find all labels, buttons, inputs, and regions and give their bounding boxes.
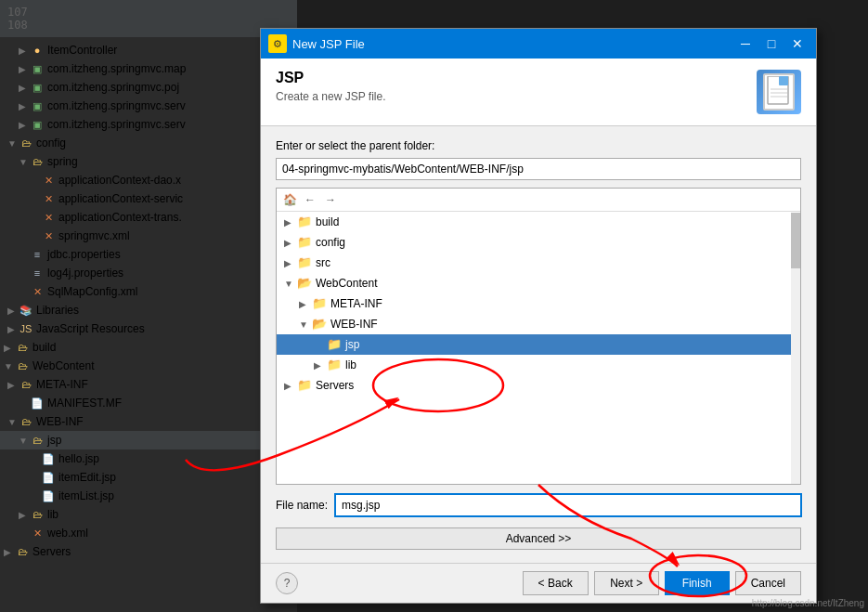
dialog-tree-item-build[interactable]: ▶ 📁 build — [277, 212, 800, 232]
arrow-icon: ▼ — [7, 417, 19, 427]
tree-item-build[interactable]: ▶ 🗁 build — [0, 338, 297, 357]
cancel-button[interactable]: Cancel — [735, 571, 801, 595]
dialog-tree-item-webinf[interactable]: ▼ 📂 WEB-INF — [277, 314, 800, 334]
package-icon: ▣ — [30, 117, 45, 132]
dialog-tree-item-metainf[interactable]: ▶ 📁 META-INF — [277, 293, 800, 314]
finish-button[interactable]: Finish — [665, 571, 730, 595]
dialog-tree-item-config[interactable]: ▶ 📁 config — [277, 232, 800, 253]
tree-item-label: WEB-INF — [36, 415, 84, 428]
xml-icon: ✕ — [30, 284, 45, 299]
tree-item-metainf[interactable]: ▶ 🗁 META-INF — [0, 375, 297, 394]
tree-item-appservice[interactable]: ✕ applicationContext-servic — [0, 189, 297, 208]
dialog-title: New JSP File — [292, 37, 734, 51]
tree-item-config[interactable]: ▼ 🗁 config — [0, 134, 297, 152]
tree-item-label: applicationContext-dao.x — [58, 174, 181, 187]
js-icon: JS — [19, 321, 33, 336]
scrollbar-thumb — [791, 213, 800, 268]
close-button[interactable]: ✕ — [786, 34, 809, 53]
dialog-tree-item-webcontent[interactable]: ▼ 📂 WebContent — [277, 273, 800, 293]
dialog-header: JSP Create a new JSP file. — [261, 59, 816, 126]
maximize-button[interactable]: □ — [760, 34, 783, 53]
line-107: 107 — [7, 6, 290, 19]
tree-item-label: JavaScript Resources — [36, 322, 145, 335]
tree-item-label: itemList.jsp — [58, 489, 114, 502]
tree-item-jsresources[interactable]: ▶ JS JavaScript Resources — [0, 319, 297, 338]
window-controls: ─ □ ✕ — [734, 34, 809, 53]
folder-icon: 📁 — [297, 255, 312, 270]
tree-item-libraries[interactable]: ▶ 📚 Libraries — [0, 301, 297, 319]
help-button[interactable]: ? — [276, 572, 298, 594]
tree-item-manifest[interactable]: 📄 MANIFEST.MF — [0, 394, 297, 412]
tree-item-jsp[interactable]: ▼ 🗁 jsp — [0, 431, 297, 449]
forward-button[interactable]: → — [321, 190, 340, 209]
tree-item-label: log4j.properties — [47, 267, 123, 280]
tree-item-jdbc[interactable]: ≡ jdbc.properties — [0, 245, 297, 264]
tree-item-webxml[interactable]: ✕ web.xml — [0, 524, 297, 542]
tree-item-webinf[interactable]: ▼ 🗁 WEB-INF — [0, 412, 297, 431]
class-icon: ● — [30, 43, 45, 58]
arrow-icon: ▶ — [284, 217, 297, 228]
xml-icon: ✕ — [41, 228, 56, 243]
tree-toolbar: 🏠 ← → — [277, 189, 800, 212]
dialog-tree-item-src[interactable]: ▶ 📁 src — [277, 253, 800, 273]
tree-item-label: com.itzheng.springmvc.serv — [47, 99, 186, 112]
arrow-icon: ▶ — [284, 381, 297, 391]
xml-icon: ✕ — [41, 191, 56, 206]
dialog-footer: ? < Back Next > Finish Cancel — [261, 563, 816, 603]
home-button[interactable]: 🏠 — [280, 190, 299, 209]
filename-input[interactable] — [335, 494, 801, 516]
jsp-icon: 📄 — [41, 470, 56, 485]
gear-icon: ⚙ — [273, 38, 282, 50]
tree-item-itemedit[interactable]: 📄 itemEdit.jsp — [0, 468, 297, 487]
folder-icon: 🗁 — [15, 544, 30, 559]
package-icon: ▣ — [30, 98, 45, 113]
scrollbar[interactable] — [791, 213, 800, 484]
tree-item-spring[interactable]: ▼ 🗁 spring — [0, 152, 297, 171]
tree-item-label: itemEdit.jsp — [58, 471, 116, 484]
advanced-button[interactable]: Advanced >> — [276, 527, 801, 550]
tree-item-label: com.itzheng.springmvc.serv — [47, 118, 186, 131]
tree-item-log4j[interactable]: ≡ log4j.properties — [0, 264, 297, 282]
back-button[interactable]: ← — [301, 190, 319, 209]
tree-item-servers[interactable]: ▶ 🗁 Servers — [0, 542, 297, 561]
tree-item-webcontent[interactable]: ▼ 🗁 WebContent — [0, 357, 297, 375]
dialog-icon: ⚙ — [268, 34, 287, 53]
line-108: 108 — [7, 19, 290, 32]
folder-path-input[interactable] — [276, 158, 801, 180]
tree-item-hellojsp[interactable]: 📄 hello.jsp — [0, 449, 297, 468]
tree-item-springxml[interactable]: ✕ springmvc.xml — [0, 227, 297, 245]
tree-item-lib[interactable]: ▶ 🗁 lib — [0, 505, 297, 524]
next-button[interactable]: Next > — [594, 571, 659, 595]
tree-item-label: config — [36, 137, 66, 150]
dialog-tree-item-lib[interactable]: ▶ 📁 lib — [277, 355, 800, 375]
tree-item-itemlist[interactable]: 📄 itemList.jsp — [0, 487, 297, 505]
dialog-titlebar: ⚙ New JSP File ─ □ ✕ — [261, 29, 816, 59]
folder-icon: 🗁 — [30, 154, 45, 169]
tree-item-label: com.itzheng.springmvc.poj — [47, 81, 179, 94]
back-button[interactable]: < Back — [523, 571, 589, 595]
minimize-button[interactable]: ─ — [734, 34, 757, 53]
ide-panel: 107 108 ▶ ● ItemController ▶ ▣ com.itzhe… — [0, 0, 297, 612]
dialog-tree-item-servers[interactable]: ▶ 📁 Servers — [277, 375, 800, 396]
filename-section: File name: — [276, 494, 801, 516]
tree-item-pkg1[interactable]: ▶ ▣ com.itzheng.springmvc.map — [0, 59, 297, 78]
prop-icon: ≡ — [30, 266, 45, 280]
tree-item-itemcontroller[interactable]: ▶ ● ItemController — [0, 41, 297, 59]
tree-item-label: spring — [47, 155, 78, 168]
arrow-icon: ▶ — [4, 547, 15, 557]
arrow-icon: ▶ — [19, 64, 30, 74]
tree-item-pkg4[interactable]: ▶ ▣ com.itzheng.springmvc.serv — [0, 115, 297, 134]
tree-item-pkg2[interactable]: ▶ ▣ com.itzheng.springmvc.poj — [0, 78, 297, 97]
xml-icon: ✕ — [41, 210, 56, 225]
tree-item-label: WebContent — [316, 277, 378, 290]
tree-item-apptrans[interactable]: ✕ applicationContext-trans. — [0, 208, 297, 227]
tree-item-appdao[interactable]: ✕ applicationContext-dao.x — [0, 171, 297, 189]
tree-item-sqlmap[interactable]: ✕ SqlMapConfig.xml — [0, 282, 297, 301]
tree-item-pkg3[interactable]: ▶ ▣ com.itzheng.springmvc.serv — [0, 97, 297, 115]
dialog-tree-item-jsp[interactable]: 📁 jsp — [277, 334, 800, 355]
folder-icon: 🗁 — [30, 507, 45, 522]
arrow-icon: ▶ — [7, 380, 19, 390]
tree-item-label: build — [316, 215, 339, 228]
arrow-icon: ▼ — [4, 361, 15, 371]
code-area: 107 108 — [0, 0, 297, 37]
